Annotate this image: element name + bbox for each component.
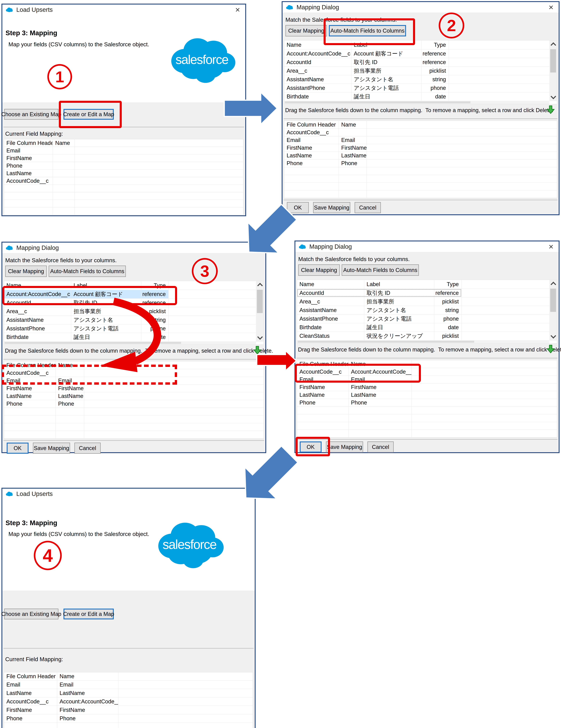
mapping-row[interactable]: FirstNameFirstName (297, 384, 557, 391)
salesforce-fields-table: NameLabelType AccountId取引先 IDreference A… (297, 280, 557, 344)
field-row[interactable]: AssistantPhoneアシスタント電話phone (297, 315, 557, 323)
field-row[interactable]: AssistantNameアシスタント名string (297, 306, 557, 315)
mapping-row[interactable]: PhonePhone (284, 160, 557, 167)
mapping-row[interactable]: LastNameLastName (4, 689, 253, 697)
step-1-badge: 1 (47, 64, 72, 89)
load-upserts-dialog-1: Load Upserts × Step 3: Mapping Map your … (1, 4, 246, 216)
horizontal-scrollbar[interactable] (297, 340, 549, 343)
field-row[interactable]: Birthdate誕生日date (4, 333, 264, 342)
field-row[interactable]: Area__c担当事業所picklist (297, 297, 557, 306)
mapping-row[interactable]: EmailEmail (297, 376, 557, 384)
field-row[interactable]: AssistantNameアシスタント名string (284, 75, 557, 84)
mapping-row[interactable]: PhonePhone (297, 399, 557, 407)
field-row[interactable]: Birthdate誕生日date (297, 323, 557, 332)
field-row[interactable]: AssistantPhoneアシスタント電話phone (284, 84, 557, 92)
step-4-badge: 4 (34, 541, 62, 570)
field-row[interactable]: AssistantPhoneアシスタント電話phone (4, 324, 264, 333)
dialog-title: Load Upserts (16, 6, 53, 13)
salesforce-wordmark: salesforce (163, 537, 216, 552)
auto-match-button[interactable]: Auto-Match Fields to Columns (329, 25, 406, 36)
clear-mapping-button[interactable]: Clear Mapping (298, 264, 340, 276)
mapping-row[interactable]: FirstNameFirstName (4, 706, 253, 714)
field-row[interactable]: Area__c担当事業所picklist (4, 307, 264, 316)
mapping-row[interactable]: AccountCode__c (4, 177, 243, 185)
cancel-button[interactable]: Cancel (367, 441, 394, 453)
mapping-row[interactable]: FirstNameFirstName (4, 385, 264, 392)
auto-match-button[interactable]: Auto-Match Fields to Columns (342, 264, 419, 276)
horizontal-scrollbar[interactable] (4, 341, 256, 344)
scrollbar-thumb[interactable] (550, 49, 556, 73)
ok-button[interactable]: OK (7, 443, 29, 454)
mapping-row[interactable]: EmailEmail (4, 377, 264, 385)
vertical-scrollbar[interactable] (549, 280, 557, 340)
field-row[interactable]: Birthdate誕生日date (284, 92, 557, 101)
mapping-row[interactable]: LastName (4, 170, 243, 177)
field-row[interactable]: Account:AccountCode__cAccount 顧客コードrefer… (284, 50, 557, 58)
green-down-arrow-icon (546, 105, 555, 115)
scrollbar-thumb[interactable] (550, 289, 556, 312)
auto-match-button[interactable]: Auto-Match Fields to Columns (49, 266, 126, 277)
cancel-button[interactable]: Cancel (74, 443, 101, 454)
scroll-down-icon[interactable] (551, 333, 556, 339)
ok-button[interactable]: OK (300, 441, 322, 453)
create-or-edit-map-button[interactable]: Create or Edit a Map (63, 109, 114, 120)
mapping-row[interactable]: PhonePhone (4, 400, 264, 408)
mapping-row[interactable]: EmailEmail (284, 136, 557, 144)
field-row[interactable]: CleanStatus状況をクリーンアップpicklist (297, 332, 557, 340)
mapping-row[interactable]: PhonePhone (4, 714, 253, 723)
salesforce-cloud-icon (285, 5, 294, 10)
field-row[interactable]: AccountId取引先 IDreference (284, 58, 557, 67)
close-icon[interactable]: × (549, 242, 553, 251)
save-mapping-button[interactable]: Save Mapping (313, 202, 350, 213)
mapping-row[interactable]: Phone (4, 162, 243, 170)
save-mapping-button[interactable]: Save Mapping (33, 443, 70, 454)
field-row[interactable]: Area__c担当事業所picklist (284, 67, 557, 75)
choose-existing-map-button[interactable]: Choose an Existing Map (4, 109, 58, 120)
col-header: Name (53, 139, 75, 147)
scroll-up-icon[interactable] (551, 42, 556, 48)
mapping-row[interactable]: FirstNameFirstName (284, 144, 557, 152)
close-icon[interactable]: × (549, 3, 553, 12)
salesforce-logo: salesforce (165, 34, 238, 86)
clear-mapping-button[interactable]: Clear Mapping (5, 266, 47, 277)
mapping-row[interactable]: LastNameLastName (297, 391, 557, 399)
field-row[interactable]: AccountId取引先 IDreference (4, 299, 264, 307)
mapping-row[interactable]: EmailEmail (4, 681, 253, 689)
choose-existing-map-button[interactable]: Choose an Existing Map (4, 609, 58, 619)
mapping-row-mapped[interactable]: AccountCode__cAccount:AccountCode__c (297, 368, 557, 376)
divider (297, 358, 558, 358)
vertical-scrollbar[interactable] (256, 281, 264, 341)
titlebar: Load Upserts × (2, 5, 245, 15)
mapping-row[interactable]: FirstName (4, 154, 243, 162)
mapping-row[interactable]: AccountCode__c (284, 129, 557, 136)
mapping-row[interactable]: AccountCode__cAccount:AccountCode__c (4, 697, 253, 706)
empty-row (4, 431, 264, 439)
field-row-selected[interactable]: Account:AccountCode__cAccount 顧客コードrefer… (4, 290, 264, 299)
scroll-up-icon[interactable] (257, 283, 263, 288)
salesforce-logo: salesforce (152, 518, 227, 572)
vertical-scrollbar[interactable] (549, 40, 557, 101)
dialog-title: Mapping Dialog (297, 4, 339, 11)
divider (3, 648, 254, 649)
salesforce-cloud-icon (5, 245, 13, 251)
ok-button[interactable]: OK (287, 202, 309, 213)
mapping-row-drop-target[interactable]: AccountCode__c (4, 369, 264, 377)
scroll-down-icon[interactable] (551, 94, 556, 99)
scrollbar-thumb[interactable] (257, 290, 263, 313)
mapping-row[interactable]: LastNameLastName (4, 392, 264, 400)
field-row[interactable]: AssistantNameアシスタント名string (4, 316, 264, 324)
cancel-button[interactable]: Cancel (355, 202, 381, 213)
mapping-row[interactable]: Email (4, 147, 243, 154)
clear-mapping-button[interactable]: Clear Mapping (285, 25, 327, 36)
empty-row (297, 422, 557, 430)
scroll-up-icon[interactable] (551, 282, 556, 287)
mapping-dialog-2: Mapping Dialog × Match the Salesforce fi… (282, 1, 560, 215)
mapping-row[interactable]: LastNameLastName (284, 152, 557, 160)
create-or-edit-map-button[interactable]: Create or Edit a Map (63, 609, 114, 619)
close-icon[interactable]: × (235, 5, 240, 14)
field-row-focused[interactable]: AccountId取引先 IDreference (297, 289, 557, 297)
save-mapping-button[interactable]: Save Mapping (326, 441, 363, 453)
horizontal-scrollbar[interactable] (284, 101, 549, 104)
empty-row (4, 185, 243, 192)
scroll-down-icon[interactable] (257, 334, 263, 340)
